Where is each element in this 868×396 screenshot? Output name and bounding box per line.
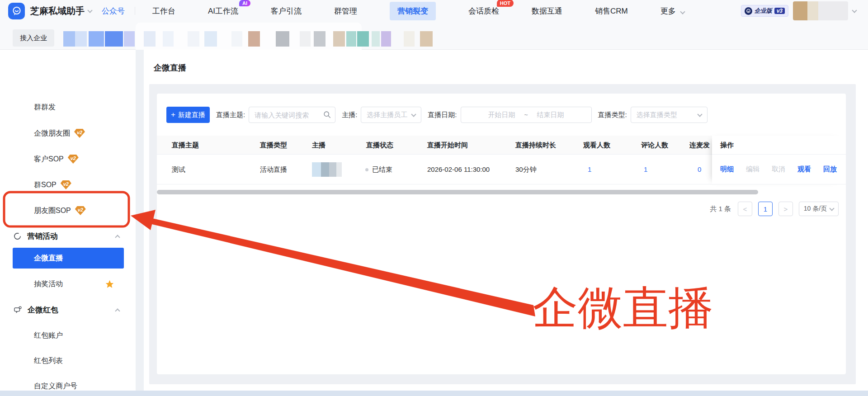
- nav-session-qc-label: 会话质检: [468, 7, 499, 15]
- live-type-select[interactable]: 选择直播类型: [631, 107, 708, 123]
- end-date-placeholder: 结束日期: [537, 111, 564, 119]
- blurred-company-tab[interactable]: [188, 31, 199, 47]
- date-range-picker[interactable]: 开始日期 ~ 结束日期: [461, 107, 592, 123]
- blurred-company-tab[interactable]: [89, 31, 104, 47]
- blurred-company-tab[interactable]: [204, 31, 217, 47]
- status-dot-icon: [365, 168, 368, 171]
- blurred-company-tab[interactable]: [346, 31, 356, 47]
- blurred-company-tab[interactable]: [300, 31, 311, 47]
- sidebar-item-label: 抽奖活动: [34, 279, 63, 289]
- chevron-down-icon[interactable]: [852, 8, 857, 13]
- create-live-button[interactable]: +新建直播: [166, 107, 210, 123]
- v2-badge-icon: v2: [61, 180, 71, 189]
- sidebar-item-label: 红包账户: [34, 331, 63, 340]
- action-detail[interactable]: 明细: [720, 165, 734, 174]
- horizontal-scrollbar[interactable]: [157, 190, 758, 194]
- cell-viewers-link[interactable]: 1: [588, 155, 591, 184]
- sidebar-item-customer-sop[interactable]: 客户SOPv2: [0, 150, 136, 168]
- topic-search-input[interactable]: [249, 107, 335, 123]
- topic-search-wrap: [249, 107, 335, 123]
- sidebar-item-red-packet-list[interactable]: 红包列表: [0, 352, 136, 370]
- create-live-label: 新建直播: [178, 111, 205, 119]
- nav-more-label: 更多: [660, 7, 676, 15]
- sidebar-item-moments-sop[interactable]: 朋友圈SOPv2: [0, 202, 136, 220]
- plus-icon: +: [171, 110, 175, 119]
- next-page-button: >: [778, 202, 793, 216]
- total-count: 共 1 条: [710, 205, 731, 213]
- connect-company-button[interactable]: 接入企业: [13, 29, 54, 47]
- cell-start-time: 2026-02-06 11:30:00: [427, 155, 490, 184]
- brand-name[interactable]: 芝麻私域助手: [30, 5, 85, 17]
- topic-filter-label: 直播主题:: [216, 111, 245, 119]
- page-size-select[interactable]: 10 条/页: [799, 202, 839, 216]
- nav-marketing-fission[interactable]: 营销裂变: [390, 2, 436, 20]
- blurred-company-tab[interactable]: [276, 31, 289, 47]
- blurred-company-tab[interactable]: [163, 31, 174, 47]
- blurred-company-tab[interactable]: [105, 31, 123, 47]
- edition-logo-icon: [745, 7, 752, 15]
- sidebar-item-wecom-live[interactable]: 企微直播: [13, 248, 124, 269]
- blurred-company-tab[interactable]: [357, 31, 369, 47]
- blurred-company-tab[interactable]: [333, 31, 345, 47]
- chevron-down-icon[interactable]: [87, 8, 92, 13]
- avatar-blur-block: [793, 1, 807, 20]
- sidebar-section-wecom-red-packet[interactable]: 企微红包: [0, 301, 136, 319]
- sidebar-item-label: 群SOP: [34, 180, 57, 190]
- avatar-blur-block: [807, 1, 818, 20]
- sidebar-item-group-sop[interactable]: 群SOPv2: [0, 176, 136, 194]
- action-watch[interactable]: 观看: [797, 165, 811, 174]
- nav-more[interactable]: 更多: [660, 6, 684, 16]
- action-edit: 编辑: [746, 165, 760, 174]
- blurred-company-tab[interactable]: [372, 31, 380, 47]
- sidebar-section-marketing-activities[interactable]: 营销活动: [0, 227, 136, 245]
- blurred-company-tab[interactable]: [124, 31, 135, 47]
- cell-comments-link[interactable]: 1: [644, 155, 647, 184]
- chat-smile-icon: [11, 5, 22, 16]
- v2-badge-icon: v2: [74, 129, 85, 138]
- blurred-company-tab[interactable]: [314, 31, 326, 47]
- sidebar-item-label: 企微朋友圈: [34, 129, 70, 138]
- nav-data-interchange[interactable]: 数据互通: [532, 6, 562, 16]
- version-badge: v3: [774, 8, 785, 14]
- blurred-company-tab[interactable]: [248, 31, 260, 47]
- star-icon: [105, 279, 114, 289]
- blurred-company-tab[interactable]: [144, 31, 156, 47]
- sidebar-item-label: 自定义商户号: [34, 382, 77, 391]
- live-list-panel: +新建直播 直播主题: 主播: 选择主播员工 直播日期: 开始日期 ~ 结束日期…: [157, 94, 846, 374]
- blurred-company-tab[interactable]: [231, 31, 242, 47]
- blurred-company-tab[interactable]: [381, 31, 391, 47]
- nav-workbench[interactable]: 工作台: [152, 6, 175, 16]
- start-date-placeholder: 开始日期: [488, 111, 515, 119]
- nav-customer-acquisition[interactable]: 客户引流: [271, 6, 302, 16]
- nav-sales-crm[interactable]: 销售CRM: [595, 6, 628, 16]
- sidebar-item-group-mass-send[interactable]: 群群发: [0, 98, 136, 116]
- sidebar-item-lottery-activity[interactable]: 抽奖活动: [0, 275, 136, 293]
- nav-ai-workflow[interactable]: AI工作流AI: [208, 6, 238, 16]
- blurred-company-tab[interactable]: [63, 31, 75, 47]
- page-horizontal-scrollbar[interactable]: [0, 391, 868, 396]
- live-table: 直播主题 直播类型 主播 直播状态 直播开始时间 直播持续时长 观看人数 评论人…: [157, 136, 846, 184]
- circle-icon: [14, 232, 21, 240]
- page-1-button[interactable]: 1: [758, 202, 773, 216]
- nav-session-qc[interactable]: 会话质检HOT: [468, 6, 499, 16]
- blurred-company-tab[interactable]: [420, 31, 433, 47]
- search-icon[interactable]: [323, 111, 331, 118]
- page-size-value: 10 条/页: [804, 205, 827, 213]
- action-replay[interactable]: 回放: [823, 165, 837, 174]
- sidebar-item-wecom-moments[interactable]: 企微朋友圈v2: [0, 124, 136, 142]
- sidebar-scroll-strip[interactable]: [136, 50, 144, 391]
- chevron-down-icon: [697, 112, 702, 117]
- blurred-company-tab[interactable]: [404, 31, 415, 47]
- col-header-viewers: 观看人数: [583, 136, 610, 155]
- anchor-select[interactable]: 选择主播员工: [361, 107, 421, 123]
- channel-link[interactable]: 公众号: [102, 6, 125, 16]
- nav-group-management[interactable]: 群管理: [334, 6, 357, 16]
- blurred-company-tab[interactable]: [75, 31, 87, 47]
- v2-badge-icon: v2: [68, 155, 79, 164]
- app-logo-icon[interactable]: [8, 3, 25, 19]
- sidebar-item-label: 群群发: [34, 103, 56, 112]
- username-blur-block: [818, 1, 848, 20]
- avatar[interactable]: [793, 1, 848, 20]
- sidebar-item-red-packet-account[interactable]: 红包账户: [0, 326, 136, 344]
- cell-mic-link[interactable]: 0: [698, 155, 701, 184]
